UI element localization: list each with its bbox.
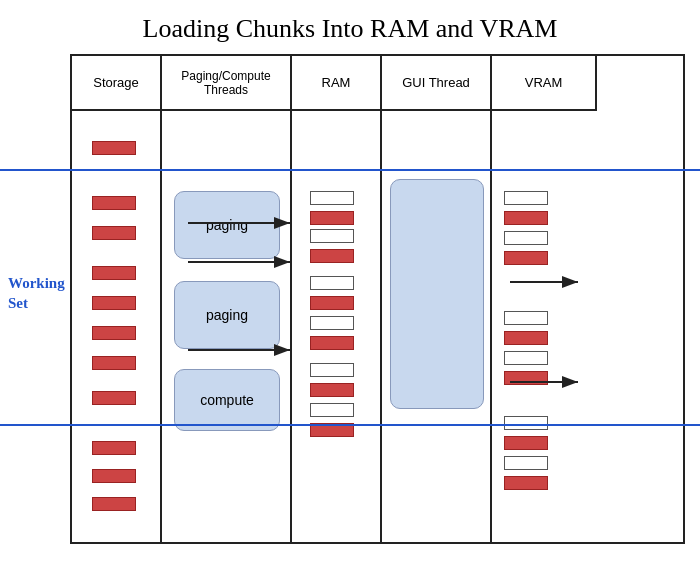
paging-box-2: paging: [174, 281, 280, 349]
ram-block-r1: [310, 211, 354, 225]
gui-col: [382, 111, 492, 542]
compute-box: compute: [174, 369, 280, 431]
vram-block-w1: [504, 191, 548, 205]
main-grid: Storage Paging/ComputeThreads RAM GUI Th…: [70, 54, 685, 544]
header-vram: VRAM: [492, 56, 597, 111]
paging-col: paging paging compute: [162, 111, 292, 542]
vram-col: [492, 111, 597, 542]
vram-block-w4: [504, 351, 548, 365]
header-paging: Paging/ComputeThreads: [162, 56, 292, 111]
vram-block-r5: [504, 436, 548, 450]
ram-block-r4: [310, 336, 354, 350]
ram-block-w3: [310, 276, 354, 290]
storage-block-8: [92, 391, 136, 405]
ram-block-w6: [310, 403, 354, 417]
vram-block-w2: [504, 231, 548, 245]
vram-block-r2: [504, 251, 548, 265]
ram-block-r2: [310, 249, 354, 263]
vram-block-w3: [504, 311, 548, 325]
working-set-line-bottom: [0, 424, 700, 426]
ram-block-w2: [310, 229, 354, 243]
gui-thread-box: [390, 179, 484, 409]
diagram: WorkingSet Storage Paging/ComputeThreads…: [0, 54, 700, 554]
vram-block-r1: [504, 211, 548, 225]
ram-block-r5: [310, 383, 354, 397]
paging-box-1: paging: [174, 191, 280, 259]
vram-block-w6: [504, 456, 548, 470]
storage-block-7: [92, 356, 136, 370]
vram-block-r4: [504, 371, 548, 385]
ram-col: [292, 111, 382, 542]
storage-block-6: [92, 326, 136, 340]
ram-block-r3: [310, 296, 354, 310]
header-gui: GUI Thread: [382, 56, 492, 111]
storage-block-10: [92, 469, 136, 483]
storage-block-1: [92, 141, 136, 155]
storage-block-3: [92, 226, 136, 240]
ram-block-w1: [310, 191, 354, 205]
vram-block-r3: [504, 331, 548, 345]
header-storage: Storage: [72, 56, 162, 111]
storage-block-9: [92, 441, 136, 455]
working-set-line-top: [0, 169, 700, 171]
storage-col: [72, 111, 162, 542]
page-title: Loading Chunks Into RAM and VRAM: [0, 0, 700, 54]
storage-block-4: [92, 266, 136, 280]
storage-block-11: [92, 497, 136, 511]
storage-block-5: [92, 296, 136, 310]
vram-block-r6: [504, 476, 548, 490]
storage-block-2: [92, 196, 136, 210]
header-ram: RAM: [292, 56, 382, 111]
working-set-label: WorkingSet: [8, 274, 63, 313]
vram-block-w5: [504, 416, 548, 430]
ram-block-w4: [310, 316, 354, 330]
ram-block-w5: [310, 363, 354, 377]
